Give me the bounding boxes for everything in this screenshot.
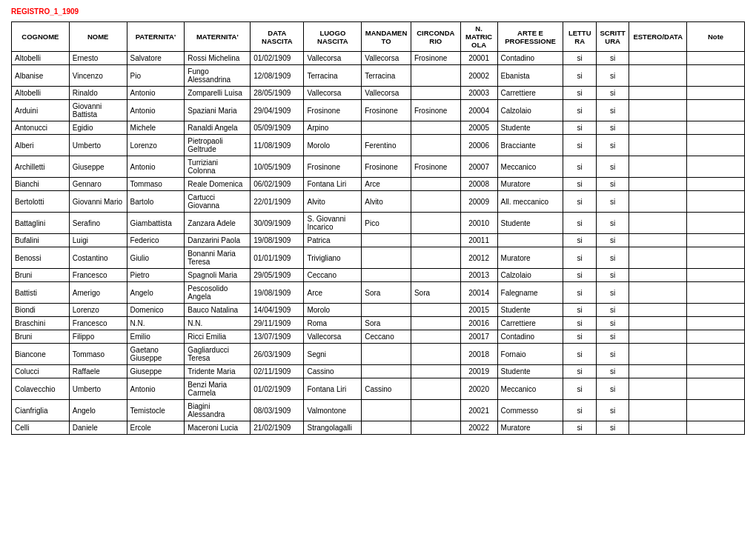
- cell-maternita: Maceroni Lucia: [185, 421, 251, 435]
- cell-scrittura: si: [596, 87, 629, 100]
- cell-lettura: si: [563, 178, 596, 191]
- cell-scrittura: si: [596, 121, 629, 135]
- cell-arte: Ebanista: [497, 65, 563, 87]
- cell-estero: [629, 100, 687, 121]
- cell-matricola: 20001: [460, 52, 497, 65]
- cell-matricola: 20018: [460, 344, 497, 365]
- cell-nome: Francesco: [69, 269, 127, 282]
- cell-maternita: Danzarini Paola: [185, 234, 251, 247]
- cell-data: 12/08/1909: [251, 65, 304, 87]
- cell-estero: [629, 421, 687, 435]
- cell-data: 29/04/1909: [251, 100, 304, 121]
- cell-mandamento: Sora: [362, 282, 411, 304]
- table-row: CelliDanieleErcoleMaceroni Lucia21/02/19…: [12, 421, 745, 435]
- cell-scrittura: si: [596, 344, 629, 365]
- cell-arte: Muratore: [497, 421, 563, 435]
- cell-mandamento: [362, 269, 411, 282]
- cell-matricola: 20009: [460, 191, 497, 213]
- cell-maternita: Fungo Alessandrina: [185, 65, 251, 87]
- cell-circondario: [411, 269, 460, 282]
- cell-circondario: [411, 178, 460, 191]
- cell-matricola: 20019: [460, 365, 497, 378]
- cell-mandamento: [362, 247, 411, 269]
- cell-mandamento: [362, 400, 411, 421]
- cell-lettura: si: [563, 65, 596, 87]
- header-data: DATA NASCITA: [251, 22, 304, 52]
- cell-maternita: Gagliarducci Teresa: [185, 344, 251, 365]
- cell-luogo: Arce: [304, 282, 362, 304]
- cell-lettura: si: [563, 400, 596, 421]
- cell-paternita: Emilio: [127, 330, 185, 344]
- cell-matricola: 20010: [460, 213, 497, 234]
- cell-circondario: [411, 213, 460, 234]
- cell-note: [687, 344, 745, 365]
- cell-estero: [629, 282, 687, 304]
- cell-data: 01/01/1909: [251, 247, 304, 269]
- cell-matricola: 20003: [460, 87, 497, 100]
- header-nome: NOME: [69, 22, 127, 52]
- cell-estero: [629, 87, 687, 100]
- cell-maternita: Ricci Emilia: [185, 330, 251, 344]
- cell-circondario: [411, 87, 460, 100]
- registro-title: REGISTRO_1_1909: [11, 7, 745, 16]
- cell-nome: Giuseppe: [69, 156, 127, 178]
- cell-lettura: si: [563, 87, 596, 100]
- cell-paternita: Antonio: [127, 378, 185, 400]
- cell-nome: Raffaele: [69, 365, 127, 378]
- cell-estero: [629, 135, 687, 156]
- cell-note: [687, 213, 745, 234]
- cell-data: 02/11/1909: [251, 365, 304, 378]
- cell-data: 29/11/1909: [251, 317, 304, 330]
- cell-note: [687, 269, 745, 282]
- cell-scrittura: si: [596, 282, 629, 304]
- cell-note: [687, 121, 745, 135]
- cell-cognome: Bruni: [12, 269, 70, 282]
- cell-luogo: Patrica: [304, 234, 362, 247]
- cell-note: [687, 65, 745, 87]
- cell-arte: Carrettiere: [497, 317, 563, 330]
- cell-estero: [629, 52, 687, 65]
- table-row: BraschiniFrancescoN.N.N.N.29/11/1909Roma…: [12, 317, 745, 330]
- cell-luogo: Strangolagalli: [304, 421, 362, 435]
- cell-note: [687, 135, 745, 156]
- header-arte: ARTE E PROFESSIONE: [497, 22, 563, 52]
- table-row: BiondiLorenzoDomenicoBauco Natalina14/04…: [12, 304, 745, 317]
- table-row: AlbaniseVincenzoPioFungo Alessandrina12/…: [12, 65, 745, 87]
- cell-note: [687, 191, 745, 213]
- cell-nome: Umberto: [69, 378, 127, 400]
- table-row: BertolottiGiovanni MarioBartoloCartucci …: [12, 191, 745, 213]
- cell-luogo: Vallecorsa: [304, 87, 362, 100]
- cell-lettura: si: [563, 365, 596, 378]
- cell-data: 01/02/1909: [251, 378, 304, 400]
- cell-cognome: Celli: [12, 421, 70, 435]
- cell-matricola: 20006: [460, 135, 497, 156]
- header-scrittura: SCRITTURA: [596, 22, 629, 52]
- cell-paternita: Antonio: [127, 87, 185, 100]
- cell-paternita: Bartolo: [127, 191, 185, 213]
- cell-cognome: Benossi: [12, 247, 70, 269]
- cell-paternita: N.N.: [127, 317, 185, 330]
- cell-circondario: Frosinone: [411, 156, 460, 178]
- cell-nome: Daniele: [69, 421, 127, 435]
- cell-maternita: Benzi Maria Carmela: [185, 378, 251, 400]
- header-luogo: LUOGO NASCITA: [304, 22, 362, 52]
- cell-maternita: Rossi Michelina: [185, 52, 251, 65]
- cell-lettura: si: [563, 330, 596, 344]
- cell-matricola: 20007: [460, 156, 497, 178]
- cell-luogo: Trivigliano: [304, 247, 362, 269]
- cell-note: [687, 234, 745, 247]
- cell-mandamento: [362, 234, 411, 247]
- table-row: BianconeTommasoGaetano GiuseppeGagliardu…: [12, 344, 745, 365]
- cell-luogo: Morolo: [304, 304, 362, 317]
- cell-data: 10/05/1909: [251, 156, 304, 178]
- cell-paternita: Angelo: [127, 282, 185, 304]
- cell-mandamento: [362, 121, 411, 135]
- cell-maternita: Zomparelli Luisa: [185, 87, 251, 100]
- table-row: AltobelliRinaldoAntonioZomparelli Luisa2…: [12, 87, 745, 100]
- cell-paternita: Salvatore: [127, 52, 185, 65]
- cell-luogo: Cassino: [304, 365, 362, 378]
- cell-nome: Egidio: [69, 121, 127, 135]
- cell-maternita: Bauco Natalina: [185, 304, 251, 317]
- cell-arte: Muratore: [497, 178, 563, 191]
- cell-note: [687, 421, 745, 435]
